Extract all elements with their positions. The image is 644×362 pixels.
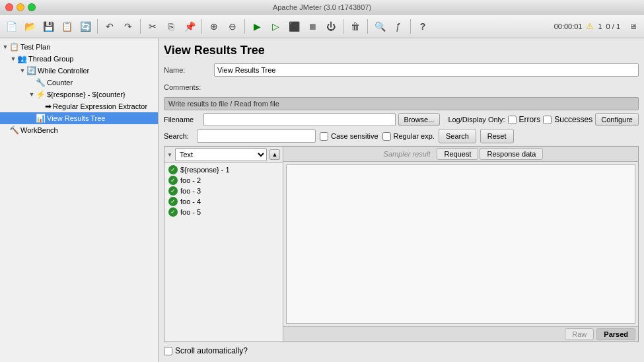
result-label: foo - 5 [180,208,201,216]
scroll-up-btn[interactable]: ▲ [269,149,280,160]
sidebar-item-whilecontroller[interactable]: ▼ 🔄 While Controller [0,65,158,77]
sidebar-item-workbench[interactable]: 🔨 WorkBench [0,124,158,136]
results-container: ▼ Text ▲ ✓ ${response} - 1 ✓ [164,146,639,342]
stop-now-icon[interactable]: ⏹ [304,18,321,35]
tab-parsed[interactable]: Parsed [596,328,635,340]
search-row: Search: Case sensitive Regular exp. Sear… [164,129,639,143]
revert-icon[interactable]: 🔄 [77,18,94,35]
open-icon[interactable]: 📂 [21,18,38,35]
reset-button[interactable]: Reset [480,129,514,143]
extractor-icon: ➡ [45,102,52,111]
successes-checkbox[interactable] [543,116,552,124]
results-right: Sampler result Request Response data Raw… [283,147,638,342]
results-tabs: Sampler result Request Response data [283,147,638,162]
shutdown-icon[interactable]: ⏻ [322,18,340,35]
tab-response-data[interactable]: Response data [480,148,543,160]
redo-icon[interactable]: ↷ [120,18,137,35]
threadgroup-icon: 👥 [17,54,27,63]
title-bar: Apache JMeter (3.0 r1743807) [0,0,644,15]
browse-button[interactable]: Browse... [398,113,441,126]
undo-icon[interactable]: ↶ [101,18,118,35]
sidebar-item-testplan[interactable]: ▼ 📋 Test Plan [0,41,158,53]
expand-icon[interactable]: ⊕ [205,18,223,35]
separator-4 [244,19,245,34]
sidebar-item-threadgroup[interactable]: ▼ 👥 Thread Group [0,53,158,65]
run-no-pause-icon[interactable]: ▷ [267,18,284,35]
filename-input[interactable] [203,113,396,126]
timer-group: 00:00:01 ⚠ 1 0 / 1 🖥 [554,18,641,35]
filename-row: Filename Browse... Log/Display Only: Err… [164,113,639,126]
expand-arrow-sampler: ▼ [28,91,36,98]
content-area: View Results Tree Name: Comments: Write … [159,38,644,362]
search-toolbar-icon[interactable]: 🔍 [371,18,388,35]
maximize-button[interactable] [28,3,36,11]
search-input[interactable] [197,129,316,143]
main-layout: ▼ 📋 Test Plan ▼ 👥 Thread Group ▼ 🔄 While… [0,38,644,362]
panel-title: View Results Tree [164,44,639,57]
list-item[interactable]: ✓ foo - 3 [166,186,281,196]
bottom-row: Scroll automatically? [164,345,639,357]
help-icon[interactable]: ? [414,18,431,35]
function-icon[interactable]: ƒ [390,18,407,35]
name-row: Name: [164,63,639,77]
tab-raw[interactable]: Raw [565,328,594,340]
sampler-icon: ⚡ [36,90,46,99]
result-bottom-tabs: Raw Parsed [283,326,638,342]
result-label: foo - 4 [180,198,201,205]
collapse-icon[interactable]: ⊖ [224,18,241,35]
sidebar-item-extractor[interactable]: ➡ Regular Expression Extractor [0,100,158,112]
errors-checkbox-group: Errors [508,115,541,124]
sidebar-item-viewresults[interactable]: 📊 View Results Tree [0,112,158,124]
timer-display: 00:00:01 [554,22,583,30]
errors-checkbox[interactable] [508,116,517,124]
search-button[interactable]: Search [439,129,476,143]
down-arrow-icon: ▼ [167,152,172,158]
clear-icon[interactable]: 🗑 [347,18,364,35]
workbench-label: WorkBench [20,126,58,134]
viewresults-label: View Results Tree [47,114,105,122]
list-item[interactable]: ✓ foo - 4 [166,196,281,207]
sidebar-item-counter[interactable]: 🔧 Counter [0,77,158,89]
paste-icon[interactable]: 📌 [181,18,198,35]
expand-arrow-threadgroup: ▼ [9,55,17,62]
sidebar-item-sampler[interactable]: ▼ ⚡ ${response} - ${counter} [0,89,158,100]
status-icon: ✓ [168,176,178,185]
remote-icon[interactable]: 🖥 [624,18,641,35]
scroll-auto-checkbox[interactable] [164,347,172,355]
sampler-label: ${response} - ${counter} [47,90,125,98]
list-item[interactable]: ✓ ${response} - 1 [166,164,281,175]
save-icon[interactable]: 💾 [40,18,57,35]
minimize-button[interactable] [17,3,24,11]
separator-1 [97,19,98,34]
counter-icon: 🔧 [36,78,46,87]
panel: View Results Tree Name: Comments: Write … [159,38,644,362]
warning-icon: ⚠ [586,21,594,31]
filename-label: Filename [164,116,201,124]
status-icon: ✓ [168,207,178,217]
new-icon[interactable]: 📄 [3,18,20,35]
separator-2 [140,19,141,34]
whilecontroller-icon: 🔄 [26,66,36,75]
comments-row: Comments: [164,80,639,94]
configure-button[interactable]: Configure [595,113,639,126]
name-input[interactable] [214,63,639,77]
text-format-select[interactable]: Text [175,148,267,161]
tab-request[interactable]: Request [437,148,478,160]
copy-icon[interactable]: ⎘ [162,18,180,35]
list-item[interactable]: ✓ foo - 2 [166,175,281,186]
run-icon[interactable]: ▶ [248,18,266,35]
case-sensitive-group: Case sensitive [320,132,378,141]
name-label: Name: [164,66,210,74]
result-label: ${response} - 1 [180,166,230,174]
successes-label: Successes [554,115,592,124]
result-label: foo - 3 [180,187,201,195]
cut-icon[interactable]: ✂ [144,18,161,35]
sidebar: ▼ 📋 Test Plan ▼ 👥 Thread Group ▼ 🔄 While… [0,38,159,362]
close-button[interactable] [5,3,13,11]
save-as-icon[interactable]: 📋 [58,18,75,35]
stop-icon[interactable]: ⬛ [285,18,303,35]
list-item[interactable]: ✓ foo - 5 [166,207,281,217]
case-sensitive-checkbox[interactable] [320,132,328,141]
regex-checkbox[interactable] [382,132,391,141]
write-results-bar: Write results to file / Read from file [164,97,639,110]
